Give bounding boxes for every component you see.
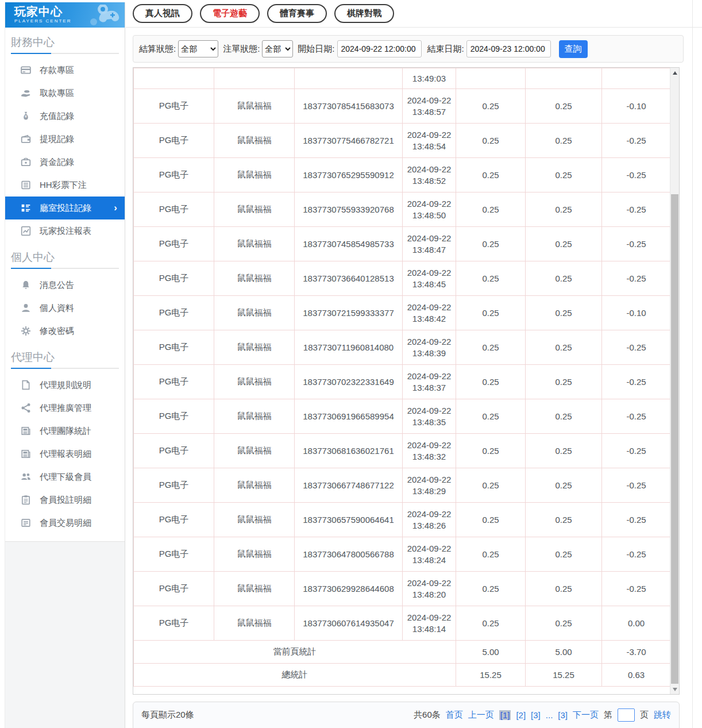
table-scrollbar[interactable] xyxy=(670,68,679,694)
bet-date: 2024-09-22 xyxy=(405,612,453,623)
section-underline xyxy=(11,53,119,54)
sidebar-item-agent-promotion[interactable]: 代理推廣管理 xyxy=(5,396,125,419)
sidebar-item-personal-profile[interactable]: 個人資料 xyxy=(5,296,125,319)
game-cell: 鼠鼠福福 xyxy=(214,296,295,330)
sidebar-item-hh-lottery-bet[interactable]: HH彩票下注 xyxy=(5,174,125,197)
pagination-prev[interactable]: 上一页 xyxy=(468,710,494,721)
scroll-up-arrow-icon[interactable] xyxy=(670,68,679,78)
bet-time: 13:48:50 xyxy=(405,210,453,221)
tab-electronic-games[interactable]: 電子遊藝 xyxy=(200,4,260,23)
provider-cell xyxy=(134,68,214,89)
bet-date: 2024-09-22 xyxy=(405,336,453,348)
winloss-cell: -0.25 xyxy=(602,227,671,261)
sidebar-item-agent-team-stats[interactable]: 代理團隊統計 xyxy=(5,419,125,442)
valid-bet-cell xyxy=(526,68,602,89)
game-cell: 鼠鼠福福 xyxy=(214,365,295,399)
end-date-input[interactable] xyxy=(466,40,551,57)
sidebar-item-member-trade-detail[interactable]: 會員交易明細 xyxy=(5,511,125,534)
sidebar-item-deposit-zone[interactable]: 存款專區 xyxy=(5,59,125,82)
settle-status-select[interactable]: 全部 xyxy=(178,40,218,57)
bet-time: 13:48:26 xyxy=(405,520,453,531)
tab-live-video[interactable]: 真人視訊 xyxy=(133,4,192,23)
winloss-cell: -0.25 xyxy=(602,468,671,503)
sidebar: 玩家中心 PLAYERS CENTER 財務中心存款專區取款專區¥充值記錄提現記… xyxy=(5,2,125,728)
bet-cell: 0.25 xyxy=(456,572,526,606)
sidebar-item-agent-rules[interactable]: 代理規則說明 xyxy=(5,373,125,396)
sidebar-item-player-bet-report[interactable]: 玩家投注報表 xyxy=(5,219,125,242)
pagination-next[interactable]: 下一页 xyxy=(573,710,599,721)
provider-cell: PG电子 xyxy=(134,572,214,606)
table-row: PG电子鼠鼠福福18377307559339207682024-09-2213:… xyxy=(134,192,671,227)
jump-page-input[interactable] xyxy=(618,708,635,722)
time-cell: 2024-09-2213:48:52 xyxy=(403,158,456,192)
sidebar-item-withdrawal-record[interactable]: 提現記錄 xyxy=(5,128,125,151)
tab-sports-events[interactable]: 體育賽事 xyxy=(267,4,327,23)
sidebar-item-agent-sub-members[interactable]: 代理下級會員 xyxy=(5,465,125,488)
sidebar-item-message-announcement[interactable]: 消息公告 xyxy=(5,274,125,296)
page-number-link[interactable]: [3] xyxy=(531,710,541,720)
sidebar-footer-area xyxy=(5,542,125,728)
sidebar-item-withdraw-zone[interactable]: 取款專區 xyxy=(5,82,125,105)
valid-bet-cell: 0.25 xyxy=(526,365,602,399)
bet-cell xyxy=(456,68,526,89)
bet-date: 2024-09-22 xyxy=(405,543,453,554)
news-icon xyxy=(21,449,31,459)
scrollbar-thumb[interactable] xyxy=(671,194,678,684)
table-row: PG电子鼠鼠福福18377307754667827212024-09-2213:… xyxy=(134,124,671,158)
valid-bet-cell: 0.25 xyxy=(526,399,602,434)
bet-date: 2024-09-22 xyxy=(405,474,453,486)
order-id-cell xyxy=(295,68,403,89)
game-cell: 鼠鼠福福 xyxy=(214,261,295,296)
sidebar-item-label: 取款專區 xyxy=(40,88,74,99)
tab-board-card-battle[interactable]: 棋牌對戰 xyxy=(334,4,394,23)
valid-bet-cell: 0.25 xyxy=(526,503,602,537)
time-cell: 2024-09-2213:48:37 xyxy=(403,365,456,399)
bet-cell: 0.25 xyxy=(456,227,526,261)
order-status-select[interactable]: 全部 xyxy=(262,40,293,57)
bet-cell: 5.00 xyxy=(456,641,526,664)
sidebar-item-label: 個人資料 xyxy=(40,303,74,314)
game-cell: 鼠鼠福福 xyxy=(214,606,295,641)
bet-date: 2024-09-22 xyxy=(405,577,453,589)
sidebar-item-label: 代理報表明細 xyxy=(40,449,91,460)
order-id-cell: 1837730657590064641 xyxy=(295,503,403,537)
bet-cell: 15.25 xyxy=(456,664,526,687)
sidebar-item-label: 廳室投註記錄 xyxy=(40,203,91,214)
end-date-label: 結束日期: xyxy=(427,44,464,55)
search-button[interactable]: 查詢 xyxy=(559,40,588,58)
provider-cell: PG电子 xyxy=(134,227,214,261)
game-cell: 鼠鼠福福 xyxy=(214,537,295,572)
page-number-link[interactable]: [3] xyxy=(558,710,568,720)
order-id-cell: 1837730647800566788 xyxy=(295,537,403,572)
provider-cell: PG电子 xyxy=(134,537,214,572)
page-number-link[interactable]: [2] xyxy=(516,710,526,720)
bet-date: 2024-09-22 xyxy=(405,371,453,382)
winloss-cell: -0.25 xyxy=(602,261,671,296)
sidebar-item-room-bet-record[interactable]: 廳室投註記錄› xyxy=(5,197,125,219)
bet-time: 13:48:54 xyxy=(405,141,453,152)
sidebar-item-funds-record[interactable]: 資金記錄 xyxy=(5,151,125,174)
winloss-cell: -0.25 xyxy=(602,192,671,227)
valid-bet-cell: 0.25 xyxy=(526,192,602,227)
provider-cell: PG电子 xyxy=(134,124,214,158)
sidebar-item-member-bet-detail[interactable]: 會員投註明細 xyxy=(5,488,125,511)
start-date-input[interactable] xyxy=(337,40,422,57)
sidebar-menu: 財務中心存款專區取款專區¥充值記錄提現記錄資金記錄HH彩票下注廳室投註記錄›玩家… xyxy=(5,28,125,542)
scroll-down-arrow-icon[interactable] xyxy=(670,684,679,694)
pagination-first[interactable]: 首页 xyxy=(446,710,463,721)
page-number-current: [1] xyxy=(499,710,511,720)
sidebar-item-recharge-record[interactable]: ¥充值記錄 xyxy=(5,105,125,128)
bet-cell: 0.25 xyxy=(456,261,526,296)
gamepad-icon xyxy=(86,5,121,26)
time-cell: 2024-09-2213:48:54 xyxy=(403,124,456,158)
provider-cell: PG电子 xyxy=(134,261,214,296)
jump-button[interactable]: 跳转 xyxy=(654,710,671,721)
current-page-summary-row: 當前頁統計5.005.00-3.70 xyxy=(134,641,671,664)
sidebar-item-agent-report-detail[interactable]: 代理報表明細 xyxy=(5,442,125,465)
valid-bet-cell: 0.25 xyxy=(526,124,602,158)
sidebar-item-label: 會員交易明細 xyxy=(40,518,91,529)
sidebar-item-change-password[interactable]: 修改密碼 xyxy=(5,319,125,342)
order-id-cell: 1837730755933920768 xyxy=(295,192,403,227)
provider-cell: PG电子 xyxy=(134,399,214,434)
bet-cell: 0.25 xyxy=(456,434,526,468)
